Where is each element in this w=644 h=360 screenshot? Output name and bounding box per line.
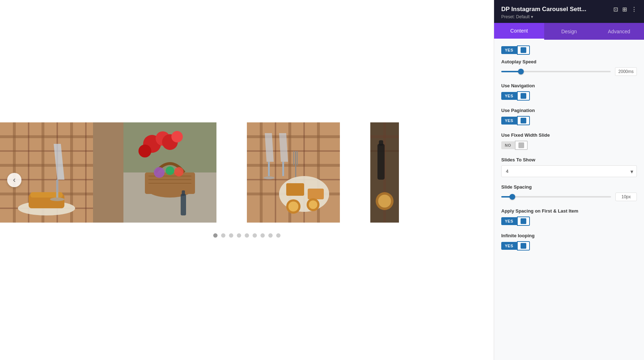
carousel-slides bbox=[0, 122, 494, 223]
autoplay-toggle-row: YES bbox=[501, 45, 637, 55]
svg-rect-35 bbox=[182, 190, 185, 196]
slide-spacing-value[interactable]: 10px bbox=[615, 193, 637, 201]
panel-title-row: DP Instagram Carousel Sett... ⊡ ⊞ ⋮ bbox=[501, 6, 637, 13]
apply-spacing-row: Apply Spacing on First & Last Item YES bbox=[501, 208, 637, 226]
autoplay-speed-slider-row: 2000ms bbox=[501, 67, 637, 76]
pagination-dot[interactable] bbox=[221, 233, 225, 238]
pagination-dot[interactable] bbox=[229, 233, 233, 238]
pagination-dot[interactable] bbox=[237, 233, 241, 238]
svg-point-31 bbox=[154, 167, 165, 178]
pagination-dot[interactable] bbox=[245, 233, 249, 238]
svg-rect-47 bbox=[268, 162, 270, 176]
settings-panel: DP Instagram Carousel Sett... ⊡ ⊞ ⋮ Pres… bbox=[494, 0, 644, 360]
autoplay-speed-value[interactable]: 2000ms bbox=[615, 67, 637, 76]
use-fixed-width-row: Use Fixed Width Slide NO bbox=[501, 132, 637, 150]
svg-rect-34 bbox=[181, 194, 186, 215]
carousel-prev-button[interactable]: ‹ bbox=[7, 173, 21, 187]
slide-spacing-slider-row: 10px bbox=[501, 193, 637, 201]
use-navigation-knob[interactable] bbox=[517, 91, 530, 101]
panel-header: DP Instagram Carousel Sett... ⊡ ⊞ ⋮ Pres… bbox=[494, 0, 644, 23]
use-pagination-toggle: YES bbox=[501, 116, 637, 125]
apply-spacing-toggle: YES bbox=[501, 217, 637, 226]
apply-spacing-yes[interactable]: YES bbox=[501, 217, 517, 225]
use-pagination-yes[interactable]: YES bbox=[501, 117, 517, 125]
preset-label[interactable]: Preset: Default ▾ bbox=[501, 14, 637, 19]
svg-point-68 bbox=[378, 195, 391, 208]
tab-content[interactable]: Content bbox=[494, 23, 544, 40]
more-icon[interactable]: ⋮ bbox=[631, 6, 637, 13]
autoplay-speed-row: Autoplay Speed 2000ms bbox=[501, 59, 637, 76]
autoplay-speed-label: Autoplay Speed bbox=[501, 59, 637, 64]
autoplay-toggle-knob[interactable] bbox=[517, 45, 530, 55]
svg-rect-51 bbox=[293, 151, 294, 165]
svg-point-57 bbox=[288, 201, 298, 211]
slide-spacing-row: Slide Spacing 10px bbox=[501, 184, 637, 201]
svg-rect-66 bbox=[379, 140, 383, 146]
pagination-dot[interactable] bbox=[268, 233, 273, 238]
use-pagination-label: Use Pagination bbox=[501, 108, 637, 113]
use-pagination-row: Use Pagination YES bbox=[501, 108, 637, 125]
autoplay-yes-label[interactable]: YES bbox=[501, 46, 517, 54]
svg-point-48 bbox=[264, 176, 274, 179]
svg-point-59 bbox=[309, 200, 317, 209]
use-navigation-row: Use Navigation YES bbox=[501, 83, 637, 101]
slide-spacing-track[interactable] bbox=[501, 196, 611, 198]
panel-tabs: Content Design Advanced bbox=[494, 23, 644, 40]
pagination-dot[interactable] bbox=[213, 233, 218, 238]
slides-to-show-wrapper: 1 2 3 4 5 6 bbox=[501, 165, 637, 177]
panel-title-text: DP Instagram Carousel Sett... bbox=[501, 6, 586, 13]
autoplay-toggle: YES bbox=[501, 45, 637, 55]
autoplay-speed-track[interactable] bbox=[501, 71, 611, 72]
svg-rect-16 bbox=[56, 180, 58, 198]
layout-icon[interactable]: ⊞ bbox=[622, 6, 627, 13]
svg-point-17 bbox=[50, 198, 64, 201]
pagination-dot[interactable] bbox=[253, 233, 257, 238]
tab-advanced[interactable]: Advanced bbox=[594, 23, 644, 40]
use-navigation-toggle: YES bbox=[501, 91, 637, 101]
infinite-looping-yes[interactable]: YES bbox=[501, 242, 517, 250]
panel-title-icons: ⊡ ⊞ ⋮ bbox=[613, 6, 637, 13]
slide-spacing-thumb[interactable] bbox=[509, 194, 515, 200]
panel-content: YES Autoplay Speed 2000ms Use Navigation… bbox=[494, 40, 644, 360]
apply-spacing-knob[interactable] bbox=[517, 217, 530, 226]
use-navigation-label: Use Navigation bbox=[501, 83, 637, 88]
infinite-looping-row: Infinite looping YES bbox=[501, 233, 637, 250]
canvas-area: ‹ bbox=[0, 0, 494, 360]
carousel-slide bbox=[0, 122, 123, 223]
use-fixed-width-no[interactable]: NO bbox=[501, 141, 515, 149]
chevron-left-icon: ‹ bbox=[13, 176, 15, 184]
use-fixed-width-knob[interactable] bbox=[515, 141, 528, 150]
svg-rect-54 bbox=[286, 183, 304, 196]
svg-rect-55 bbox=[308, 189, 324, 199]
slides-to-show-select[interactable]: 1 2 3 4 5 6 bbox=[501, 165, 637, 177]
svg-rect-52 bbox=[297, 151, 298, 165]
carousel-container: ‹ bbox=[0, 115, 494, 245]
svg-point-23 bbox=[138, 145, 151, 157]
slide-spacing-label: Slide Spacing bbox=[501, 184, 637, 190]
svg-point-33 bbox=[174, 167, 184, 176]
autoplay-speed-thumb[interactable] bbox=[518, 69, 524, 74]
carousel-slide bbox=[370, 122, 420, 223]
use-navigation-yes[interactable]: YES bbox=[501, 92, 517, 100]
use-fixed-width-label: Use Fixed Width Slide bbox=[501, 132, 637, 138]
svg-point-25 bbox=[171, 131, 183, 142]
carousel-slide bbox=[247, 122, 370, 223]
infinite-looping-label: Infinite looping bbox=[501, 233, 637, 238]
svg-rect-65 bbox=[377, 144, 385, 180]
carousel-slide bbox=[123, 122, 247, 223]
use-fixed-width-toggle: NO bbox=[501, 141, 637, 150]
infinite-looping-knob[interactable] bbox=[517, 241, 530, 250]
slides-to-show-row: Slides To Show 1 2 3 4 5 6 bbox=[501, 157, 637, 177]
slides-to-show-label: Slides To Show bbox=[501, 157, 637, 162]
pagination-dot[interactable] bbox=[276, 233, 280, 238]
use-pagination-knob[interactable] bbox=[517, 116, 530, 125]
pagination-dot[interactable] bbox=[260, 233, 265, 238]
apply-spacing-label: Apply Spacing on First & Last Item bbox=[501, 208, 637, 214]
pagination-dots bbox=[0, 233, 494, 238]
svg-point-32 bbox=[166, 166, 174, 175]
tab-design[interactable]: Design bbox=[544, 23, 594, 40]
screenshot-icon[interactable]: ⊡ bbox=[613, 6, 618, 13]
svg-rect-49 bbox=[282, 162, 284, 176]
infinite-looping-toggle: YES bbox=[501, 241, 637, 250]
